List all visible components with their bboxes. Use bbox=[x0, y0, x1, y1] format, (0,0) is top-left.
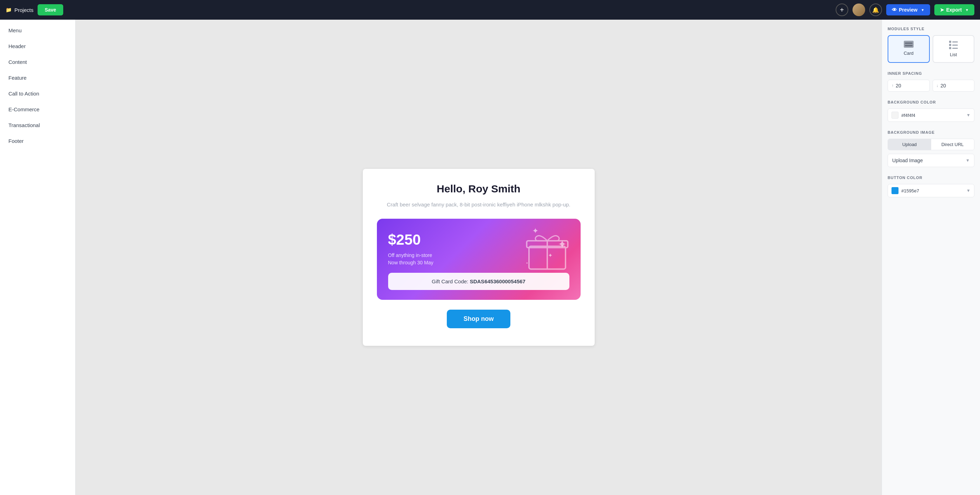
export-arrow-icon: ➤ bbox=[940, 7, 944, 13]
upload-image-label: Upload Image bbox=[892, 158, 923, 163]
list-style-icon bbox=[949, 41, 958, 49]
nav-right: + 🔔 👁 Preview ▼ ➤ Export ▼ bbox=[836, 3, 974, 16]
notifications-button[interactable]: 🔔 bbox=[869, 3, 882, 16]
upload-chevron-icon: ▼ bbox=[966, 158, 970, 163]
sidebar-item-ecommerce[interactable]: E-Commerce bbox=[0, 102, 75, 117]
avatar-image bbox=[853, 3, 865, 16]
email-title: Hello, Roy Smith bbox=[377, 183, 581, 195]
sidebar-item-header[interactable]: Header bbox=[0, 38, 75, 54]
bg-image-section: BACKGROUND IMAGE Upload Direct URL Uploa… bbox=[888, 130, 974, 167]
card-style-icon bbox=[904, 41, 913, 48]
add-button[interactable]: + bbox=[836, 3, 848, 16]
sidebar-item-menu[interactable]: Menu bbox=[0, 22, 75, 38]
spacing-down-icon: ↓ bbox=[937, 83, 939, 88]
sidebar-item-call-to-action[interactable]: Call to Action bbox=[0, 86, 75, 102]
preview-label: Preview bbox=[899, 7, 918, 13]
preview-chevron-icon: ▼ bbox=[921, 8, 924, 12]
preview-button[interactable]: 👁 Preview ▼ bbox=[886, 4, 930, 16]
card-style-label: Card bbox=[904, 51, 913, 56]
list-style-label: List bbox=[950, 52, 957, 57]
upload-tab-button[interactable]: Upload bbox=[888, 139, 931, 150]
bg-image-tabs: Upload Direct URL bbox=[888, 139, 974, 150]
inner-spacing-section: INNER SPACING ↑ 20 ↓ 20 bbox=[888, 71, 974, 92]
email-subtitle: Craft beer selvage fanny pack, 8-bit pos… bbox=[377, 200, 581, 209]
bg-color-section: BACKGROUND COLOR #f4f4f4 ▼ bbox=[888, 100, 974, 122]
save-button[interactable]: Save bbox=[38, 4, 63, 16]
bg-color-hex: #f4f4f4 bbox=[901, 113, 966, 118]
gift-box-icon bbox=[524, 226, 570, 271]
sidebar-item-content[interactable]: Content bbox=[0, 54, 75, 70]
spacing-controls: ↑ 20 ↓ 20 bbox=[888, 80, 974, 92]
btn-color-section: BUTTON COLOR #1595e7 ▼ bbox=[888, 176, 974, 197]
btn-color-swatch bbox=[891, 187, 899, 194]
sidebar: Menu Header Content Feature Call to Acti… bbox=[0, 20, 76, 495]
folder-icon: 📁 bbox=[6, 7, 11, 13]
btn-color-picker[interactable]: #1595e7 ▼ bbox=[888, 184, 974, 197]
canvas-area: Hello, Roy Smith Craft beer selvage fann… bbox=[76, 20, 881, 495]
avatar bbox=[853, 3, 865, 16]
bg-color-chevron-icon: ▼ bbox=[966, 113, 970, 117]
right-panel: MODULES STYLE Card bbox=[881, 20, 980, 495]
preview-icon: 👁 bbox=[892, 7, 897, 13]
projects-label: Projects bbox=[14, 7, 33, 13]
bg-color-picker[interactable]: #f4f4f4 ▼ bbox=[888, 108, 974, 122]
shop-now-button[interactable]: Shop now bbox=[447, 309, 511, 328]
bg-image-title: BACKGROUND IMAGE bbox=[888, 130, 974, 135]
spacing-top-value: 20 bbox=[896, 83, 901, 89]
btn-color-title: BUTTON COLOR bbox=[888, 176, 974, 180]
direct-url-tab-button[interactable]: Direct URL bbox=[931, 139, 974, 150]
gift-code-box: Gift Card Code: SDAS64536000054567 bbox=[388, 273, 570, 290]
export-button[interactable]: ➤ Export ▼ bbox=[934, 4, 974, 16]
spacing-bottom-value: 20 bbox=[941, 83, 946, 89]
list-style-option[interactable]: List bbox=[932, 35, 975, 63]
spacing-bottom-control[interactable]: ↓ 20 bbox=[932, 80, 975, 92]
export-chevron-icon: ▼ bbox=[965, 8, 969, 12]
modules-style-section: MODULES STYLE Card bbox=[888, 27, 974, 63]
spacing-up-icon: ↑ bbox=[891, 83, 894, 88]
email-card: Hello, Roy Smith Craft beer selvage fann… bbox=[363, 169, 595, 346]
modules-style-title: MODULES STYLE bbox=[888, 27, 974, 31]
projects-button[interactable]: 📁 Projects bbox=[6, 7, 33, 13]
bg-color-swatch bbox=[891, 112, 899, 119]
gift-card: ✦ ✦ ✦ • $250 Off anything in-store Now t… bbox=[377, 219, 581, 300]
sidebar-item-feature[interactable]: Feature bbox=[0, 70, 75, 86]
btn-color-hex: #1595e7 bbox=[901, 188, 966, 194]
export-label: Export bbox=[946, 7, 962, 13]
gift-code-label: Gift Card Code: bbox=[432, 278, 468, 284]
main-layout: Menu Header Content Feature Call to Acti… bbox=[0, 20, 980, 495]
spacing-top-control[interactable]: ↑ 20 bbox=[888, 80, 930, 92]
upload-image-row[interactable]: Upload Image ▼ bbox=[888, 154, 974, 167]
sidebar-item-footer[interactable]: Footer bbox=[0, 133, 75, 149]
top-nav: 📁 Projects Save + 🔔 👁 Preview ▼ ➤ Export… bbox=[0, 0, 980, 20]
inner-spacing-title: INNER SPACING bbox=[888, 71, 974, 76]
nav-left: 📁 Projects Save bbox=[6, 4, 63, 16]
card-style-option[interactable]: Card bbox=[888, 35, 930, 63]
bg-color-title: BACKGROUND COLOR bbox=[888, 100, 974, 104]
gift-code-value: SDAS64536000054567 bbox=[469, 278, 525, 284]
modules-style-grid: Card bbox=[888, 35, 974, 63]
btn-color-chevron-icon: ▼ bbox=[966, 188, 970, 193]
sidebar-item-transactional[interactable]: Transactional bbox=[0, 117, 75, 133]
